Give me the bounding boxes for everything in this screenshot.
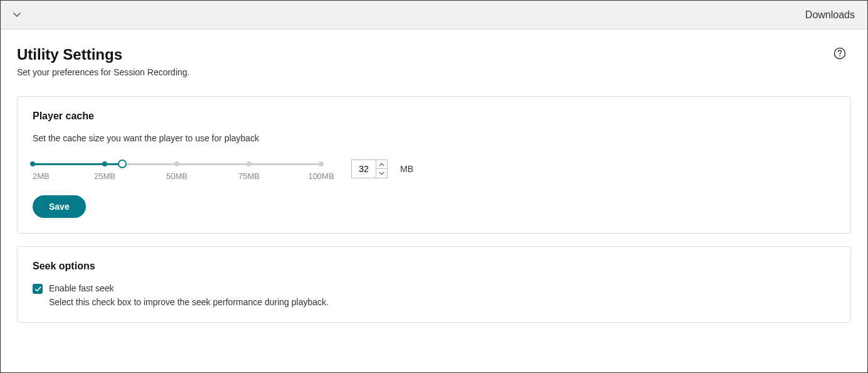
seek-text: Enable fast seek Select this check box t… <box>49 283 329 307</box>
slider-label: 75MB <box>238 171 260 181</box>
cache-value-input[interactable] <box>352 160 376 178</box>
svg-point-1 <box>839 55 840 57</box>
slider-label: 2MB <box>33 171 50 181</box>
fast-seek-desc: Select this check box to improve the see… <box>49 297 329 307</box>
seek-options-card: Seek options Enable fast seek Select thi… <box>17 246 851 323</box>
save-button[interactable]: Save <box>33 195 86 218</box>
cache-row: 2MB 25MB 50MB 75MB 100MB <box>33 159 835 183</box>
fast-seek-label: Enable fast seek <box>49 283 329 293</box>
cache-slider[interactable]: 2MB 25MB 50MB 75MB 100MB <box>33 159 334 183</box>
content-area: Utility Settings Set your preferences fo… <box>1 30 867 323</box>
slider-tick <box>319 161 324 166</box>
slider-tick <box>30 161 35 166</box>
spinner-down-button[interactable] <box>376 169 387 178</box>
page-title: Utility Settings <box>17 46 122 63</box>
fast-seek-checkbox[interactable] <box>33 284 43 294</box>
player-cache-desc: Set the cache size you want the player t… <box>33 133 835 143</box>
slider-tick <box>174 161 179 166</box>
seek-options-title: Seek options <box>33 261 835 272</box>
slider-track <box>33 163 321 165</box>
spinner-up-button[interactable] <box>376 160 387 169</box>
slider-tick <box>102 161 107 166</box>
slider-label: 100MB <box>308 171 334 181</box>
page-header: Utility Settings <box>17 46 851 63</box>
seek-row: Enable fast seek Select this check box t… <box>33 283 835 307</box>
player-cache-card: Player cache Set the cache size you want… <box>17 96 851 234</box>
cache-spinner <box>351 159 388 178</box>
page-subtitle: Set your preferences for Session Recordi… <box>17 67 851 77</box>
player-cache-title: Player cache <box>33 111 835 122</box>
spinner-buttons <box>376 160 387 178</box>
downloads-link[interactable]: Downloads <box>805 9 855 21</box>
help-icon[interactable] <box>834 47 846 60</box>
expand-chevron-icon[interactable] <box>12 10 22 20</box>
cache-value-wrap: MB <box>351 159 413 178</box>
cache-unit-label: MB <box>400 164 413 174</box>
topbar: Downloads <box>1 1 867 30</box>
slider-thumb[interactable] <box>118 159 127 168</box>
slider-fill <box>33 163 122 165</box>
slider-label: 50MB <box>166 171 188 181</box>
slider-label: 25MB <box>94 171 115 181</box>
slider-labels: 2MB 25MB 50MB 75MB 100MB <box>33 171 321 183</box>
slider-tick <box>246 161 251 166</box>
